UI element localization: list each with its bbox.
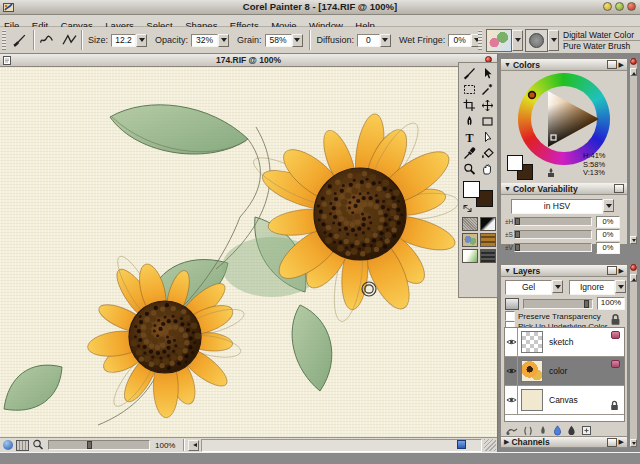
drawer-icon[interactable] [16, 440, 29, 451]
tool-layer-adjuster[interactable] [478, 65, 496, 81]
brush-variant-thumbnail[interactable] [525, 29, 548, 52]
saturation-variability-value[interactable]: 0% [596, 229, 620, 241]
hscroll-left-button[interactable] [188, 440, 199, 451]
hue-variability-slider[interactable] [514, 217, 592, 226]
dry-layer-icon[interactable] [567, 425, 576, 436]
tool-dropper[interactable] [460, 145, 478, 161]
scroll-up-button[interactable] [630, 274, 637, 282]
visibility-cell[interactable] [505, 328, 518, 356]
pattern-selector[interactable] [462, 233, 478, 247]
layers-group-close-button[interactable] [630, 264, 637, 271]
look-selector[interactable] [462, 249, 478, 263]
dynamic-plugins-icon[interactable] [506, 426, 518, 436]
new-layer-icon[interactable] [581, 425, 592, 436]
palette-menu-arrow-icon[interactable]: ▶ [619, 61, 624, 69]
diffusion-dropdown[interactable] [380, 34, 391, 47]
hue-variability-value[interactable]: 0% [596, 216, 620, 228]
scroll-up-button[interactable] [630, 68, 637, 76]
maximize-button[interactable] [615, 2, 624, 11]
brush-variant-name[interactable]: Pure Water Brush [563, 41, 640, 51]
tool-crop[interactable] [460, 97, 478, 113]
window-titlebar[interactable]: Corel Painter 8 - [174.RIF @ 100%] [0, 0, 640, 15]
composite-depth-dropdown[interactable] [615, 280, 626, 293]
palette-window-icon[interactable] [607, 438, 617, 447]
paper-selector[interactable] [462, 217, 478, 231]
zoom-slider[interactable] [48, 440, 150, 450]
tool-brush[interactable] [460, 65, 478, 81]
scroll-down-button[interactable] [630, 439, 637, 447]
opacity-value[interactable]: 32% [191, 34, 218, 47]
layer-lock-icon[interactable] [609, 313, 622, 326]
grain-dropdown[interactable] [292, 34, 303, 47]
layer-row-color[interactable]: color [505, 357, 624, 386]
variability-mode-dropdown[interactable] [603, 199, 614, 212]
channels-panel-header[interactable]: ▶ Channels ▶ [501, 436, 627, 448]
group-layers-icon[interactable] [523, 426, 533, 436]
visibility-cell[interactable] [505, 357, 518, 385]
primary-color-swatch[interactable] [463, 181, 480, 198]
palette-window-icon[interactable] [614, 184, 624, 193]
colors-group-close-button[interactable] [630, 58, 637, 65]
layer-opacity-value[interactable]: 100% [597, 297, 625, 310]
horizontal-scrollbar[interactable] [201, 439, 482, 452]
brush-category-thumbnail[interactable] [486, 29, 512, 52]
straight-strokes-icon[interactable] [61, 33, 78, 47]
variability-mode[interactable]: in HSV [511, 199, 614, 214]
layers-group-scrollbar[interactable] [629, 264, 638, 448]
grain-value[interactable]: 58% [265, 34, 292, 47]
value-variability-value[interactable]: 0% [596, 242, 620, 254]
canvas[interactable] [0, 67, 497, 437]
saturation-variability-slider[interactable] [514, 230, 592, 239]
layer-thumbnail[interactable] [521, 331, 543, 353]
front-color-swatch[interactable] [507, 155, 523, 171]
layer-opacity-slider[interactable] [523, 299, 593, 309]
size-dropdown[interactable] [136, 34, 147, 47]
resize-grip[interactable] [484, 439, 496, 451]
brush-variant-dropdown[interactable] [548, 30, 559, 51]
palette-menu-arrow-icon[interactable]: ▶ [619, 267, 624, 275]
tool-paint-bucket[interactable] [478, 145, 496, 161]
tool-rectangle-shape[interactable] [478, 113, 496, 129]
swap-colors-icon[interactable] [463, 204, 472, 213]
layers-panel-header[interactable]: ▼ Layers ▶ [501, 265, 627, 277]
collapse-triangle-icon[interactable]: ▼ [504, 185, 511, 192]
collapse-triangle-icon[interactable]: ▼ [504, 61, 511, 68]
zoom-tool-icon[interactable] [32, 439, 44, 451]
tool-text[interactable]: T [460, 129, 478, 145]
composite-method-value[interactable]: Gel [505, 280, 552, 295]
diffusion-value[interactable]: 0 [357, 34, 380, 47]
brush-category-dropdown[interactable] [512, 30, 523, 51]
minimize-button[interactable] [603, 2, 612, 11]
brush-selector-grip[interactable] [478, 30, 482, 50]
nozzle-selector[interactable] [480, 249, 496, 263]
hscroll-thumb[interactable] [457, 440, 466, 449]
color-variability-header[interactable]: ▼ Color Variability [501, 183, 627, 195]
tool-pen[interactable] [460, 113, 478, 129]
preserve-transparency-checkbox[interactable] [505, 311, 515, 321]
weave-selector[interactable] [480, 233, 496, 247]
close-button[interactable] [627, 2, 636, 11]
scroll-down-button[interactable] [630, 236, 637, 244]
hue-marker[interactable] [529, 92, 536, 99]
layer-thumbnail[interactable] [521, 389, 543, 411]
palette-window-icon[interactable] [607, 60, 617, 69]
tool-grabber[interactable] [478, 161, 496, 177]
brush-category-name[interactable]: Digital Water Color [563, 30, 640, 41]
collapse-triangle-icon[interactable]: ▼ [504, 267, 511, 274]
tool-rectangular-selection[interactable] [460, 81, 478, 97]
gradient-selector[interactable] [480, 217, 496, 231]
navigator-globe-icon[interactable] [3, 440, 13, 450]
color-stamp-icon[interactable] [545, 167, 557, 179]
colors-group-scrollbar[interactable] [629, 58, 638, 245]
composite-method-dropdown[interactable] [552, 280, 563, 293]
layer-thumbnail[interactable] [521, 360, 543, 382]
main-color-swatches[interactable] [463, 181, 495, 213]
size-value[interactable]: 12.2 [111, 34, 136, 47]
panel-color-swatches[interactable] [507, 155, 537, 181]
palette-menu-arrow-icon[interactable]: ▶ [619, 438, 624, 446]
layer-row-canvas[interactable]: Canvas [505, 386, 624, 415]
tool-magic-wand[interactable] [478, 81, 496, 97]
composite-depth-value[interactable]: Ignore [569, 280, 615, 295]
freehand-strokes-icon[interactable] [38, 33, 55, 47]
palette-window-icon[interactable] [607, 266, 617, 275]
